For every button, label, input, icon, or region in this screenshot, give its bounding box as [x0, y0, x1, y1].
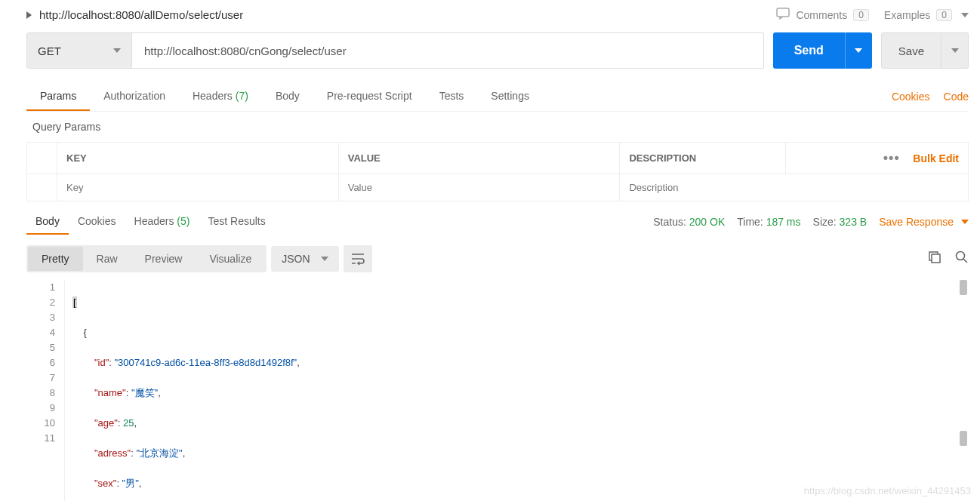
save-dropdown[interactable]	[941, 32, 969, 69]
comments-count: 0	[853, 9, 869, 21]
description-input[interactable]	[629, 182, 959, 193]
table-row	[27, 174, 969, 201]
size-label: Size:	[813, 216, 837, 228]
response-tabs-row: Body Cookies Headers (5) Test Results St…	[26, 209, 969, 235]
request-title-bar: http://localhost:8080/allDemo/select/use…	[26, 0, 969, 29]
request-title: http://localhost:8080/allDemo/select/use…	[39, 8, 243, 21]
view-mode-row: Pretty Raw Preview Visualize JSON	[26, 245, 969, 272]
tab-prerequest[interactable]: Pre-request Script	[313, 82, 426, 111]
expand-icon[interactable]	[26, 11, 32, 19]
save-button[interactable]: Save	[881, 32, 941, 69]
value-input[interactable]	[348, 182, 611, 193]
tab-params[interactable]: Params	[26, 82, 90, 111]
status-value: 200 OK	[689, 216, 725, 228]
send-dropdown[interactable]	[845, 32, 872, 69]
examples-label: Examples	[884, 9, 930, 21]
key-header: KEY	[57, 143, 339, 174]
view-raw[interactable]: Raw	[83, 247, 131, 271]
scroll-thumb[interactable]	[960, 280, 967, 295]
copy-icon[interactable]	[928, 250, 941, 268]
comment-icon	[776, 8, 790, 22]
more-icon[interactable]: •••	[883, 150, 911, 165]
view-pretty[interactable]: Pretty	[28, 247, 83, 271]
resp-tab-test-results[interactable]: Test Results	[199, 209, 274, 235]
watermark: https://blog.csdn.net/weixin_44291453	[804, 485, 971, 496]
view-visualize[interactable]: Visualize	[196, 247, 265, 271]
checkbox-header	[27, 143, 57, 174]
description-header: DESCRIPTION	[620, 143, 786, 174]
code-link[interactable]: Code	[944, 91, 969, 103]
resp-tab-body[interactable]: Body	[26, 209, 69, 235]
time-value: 187 ms	[766, 216, 801, 228]
tab-headers[interactable]: Headers (7)	[179, 82, 262, 111]
caret-down-icon	[321, 257, 328, 261]
comments-label: Comments	[796, 9, 847, 21]
comments-button[interactable]: Comments 0	[776, 8, 868, 22]
query-params-label: Query Params	[26, 112, 969, 142]
send-button[interactable]: Send	[773, 32, 845, 69]
resp-tab-cookies[interactable]: Cookies	[69, 209, 125, 235]
view-preview[interactable]: Preview	[131, 247, 196, 271]
key-input[interactable]	[66, 182, 329, 193]
search-icon[interactable]	[955, 250, 969, 268]
caret-down-icon	[961, 220, 969, 224]
size-value: 323 B	[840, 216, 868, 228]
svg-rect-0	[777, 8, 789, 17]
cookies-link[interactable]: Cookies	[892, 91, 930, 103]
tab-body[interactable]: Body	[262, 82, 313, 111]
svg-line-4	[963, 259, 967, 263]
method-label: GET	[38, 45, 61, 57]
wrap-lines-button[interactable]	[344, 245, 372, 272]
method-select[interactable]: GET	[26, 32, 132, 69]
tab-authorization[interactable]: Authorization	[90, 82, 179, 111]
code-content[interactable]: [ { "id": "300741c9-ad6c-11ea-8ff3-e8d8d…	[64, 280, 969, 501]
url-input[interactable]	[132, 32, 764, 69]
examples-button[interactable]: Examples 0	[884, 9, 969, 21]
query-params-table: KEY VALUE DESCRIPTION ••• Bulk Edit	[26, 142, 969, 201]
caret-down-icon	[961, 13, 969, 17]
request-tabs: Params Authorization Headers (7) Body Pr…	[26, 82, 969, 112]
examples-count: 0	[936, 9, 952, 21]
tab-tests[interactable]: Tests	[426, 82, 478, 111]
request-row: GET Send Save	[26, 32, 969, 69]
time-label: Time:	[737, 216, 763, 228]
format-select[interactable]: JSON	[271, 246, 338, 272]
svg-point-3	[957, 251, 965, 260]
save-response-button[interactable]: Save Response	[879, 216, 969, 228]
response-body: 1 2 3 4 5 6 7 8 9 10 11 [ { "id": "30074…	[26, 280, 969, 501]
svg-rect-2	[932, 254, 940, 263]
line-gutter: 1 2 3 4 5 6 7 8 9 10 11	[26, 280, 64, 501]
bulk-edit-link[interactable]: Bulk Edit	[913, 152, 959, 164]
value-header: VALUE	[338, 143, 620, 174]
resp-tab-headers[interactable]: Headers (5)	[125, 209, 199, 235]
scroll-thumb[interactable]	[960, 431, 967, 446]
tab-settings[interactable]: Settings	[477, 82, 543, 111]
status-label: Status:	[653, 216, 686, 228]
caret-down-icon	[113, 48, 121, 53]
